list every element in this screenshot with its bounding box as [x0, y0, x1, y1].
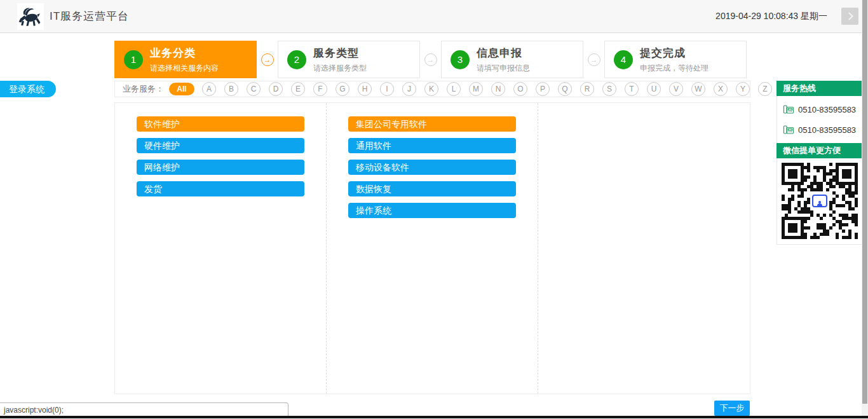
letter-filter[interactable]: J: [402, 82, 416, 96]
collapse-panel-button[interactable]: [841, 8, 858, 25]
filter-label: 业务服务：: [123, 83, 164, 95]
step-info-declare[interactable]: 3 信息申报 请填写申报信息: [441, 41, 583, 78]
service-sidebar: 服务热线 0510-83595583 0510-83595583: [776, 81, 863, 245]
letter-filter[interactable]: G: [336, 82, 349, 96]
step-subtitle: 申报完成，等待处理: [640, 63, 709, 74]
login-system-badge[interactable]: 登录系统: [0, 81, 56, 97]
letter-filter[interactable]: H: [358, 82, 372, 96]
fax-phone-icon: [783, 104, 794, 115]
it-service-platform-screen: IT服务运营平台 2019-04-29 10:08:43 星期一 登录系统 1 …: [0, 0, 868, 419]
category-button[interactable]: 硬件维护: [137, 138, 304, 153]
letter-filter-list: ABCDEFGHIJKLMNOPQRSTUVWXYZ: [202, 82, 780, 96]
service-filter-bar: 业务服务： All ABCDEFGHIJKLMNOPQRSTUVWXYZ: [114, 81, 750, 97]
phone-number: 0510-83595583: [798, 105, 856, 114]
scrollbar-thumb[interactable]: [862, 0, 867, 404]
category-button[interactable]: 操作系统: [348, 203, 516, 218]
letter-filter[interactable]: N: [491, 82, 505, 96]
category-button[interactable]: 数据恢复: [348, 181, 516, 196]
letter-filter[interactable]: D: [269, 82, 283, 96]
chevron-right-icon: [845, 12, 853, 20]
category-column-1: 软件维护 硬件维护 网络维护 发货: [115, 103, 327, 394]
letter-filter[interactable]: Z: [758, 82, 772, 96]
letter-filter[interactable]: V: [669, 82, 683, 96]
category-button[interactable]: 通用软件: [348, 138, 516, 153]
letter-filter[interactable]: F: [313, 82, 327, 96]
letter-filter[interactable]: X: [714, 82, 728, 96]
letter-filter[interactable]: A: [202, 82, 216, 96]
hotline-phone-list: 0510-83595583 0510-83595583: [777, 95, 862, 144]
category-panel: 软件维护 硬件维护 网络维护 发货 集团公司专用软件 通用软件 移动设备软件 数…: [114, 102, 750, 394]
step-subtitle: 请选择服务类型: [313, 63, 367, 74]
step-business-category[interactable]: 1 业务分类 请选择相关服务内容: [114, 41, 257, 78]
letter-filter[interactable]: M: [469, 82, 483, 96]
category-button[interactable]: 网络维护: [137, 160, 304, 175]
step-number-badge: 4: [614, 50, 633, 69]
letter-filter[interactable]: L: [447, 82, 461, 96]
page-title: IT服务运营平台: [50, 9, 129, 24]
step-number-badge: 2: [287, 50, 306, 69]
datetime-display: 2019-04-29 10:08:43 星期一: [715, 11, 827, 22]
letter-filter[interactable]: Q: [558, 82, 572, 96]
phone-number: 0510-83595583: [798, 125, 856, 135]
phone-row: 0510-83595583: [777, 120, 862, 140]
category-column-3: [538, 103, 750, 394]
category-button[interactable]: 移动设备软件: [348, 160, 516, 175]
filter-all-pill[interactable]: All: [169, 83, 194, 95]
wizard-steps: 1 业务分类 请选择相关服务内容 → 2 服务类型 请选择服务类型 → 3 信息…: [114, 41, 747, 78]
letter-filter[interactable]: K: [424, 82, 438, 96]
letter-filter[interactable]: B: [224, 82, 238, 96]
letter-filter[interactable]: T: [625, 82, 639, 96]
letter-filter[interactable]: P: [536, 82, 550, 96]
wechat-qr-code: [777, 158, 862, 244]
letter-filter[interactable]: S: [602, 82, 616, 96]
step-service-type[interactable]: 2 服务类型 请选择服务类型: [278, 41, 420, 78]
letter-filter[interactable]: Y: [736, 82, 750, 96]
app-logo: [17, 3, 44, 30]
category-button[interactable]: 集团公司专用软件: [348, 116, 516, 132]
phone-row: 0510-83595583: [777, 99, 862, 120]
qr-center-logo-icon: [811, 193, 828, 209]
arrow-right-icon: →: [261, 53, 274, 66]
bottom-strip: [0, 416, 868, 418]
app-header: IT服务运营平台 2019-04-29 10:08:43 星期一: [0, 0, 868, 33]
letter-filter[interactable]: O: [513, 82, 527, 96]
arrow-right-icon: →: [424, 53, 437, 66]
step-title: 业务分类: [150, 46, 219, 60]
fax-phone-icon: [783, 124, 794, 135]
letter-filter[interactable]: I: [380, 82, 394, 96]
hotline-header: 服务热线: [776, 81, 863, 96]
step-title: 提交完成: [640, 46, 709, 60]
statusbar-link-tooltip: javascript:void(0);: [0, 402, 288, 416]
step-number-badge: 1: [124, 50, 143, 69]
arrow-right-icon: →: [588, 53, 600, 66]
step-number-badge: 3: [451, 50, 470, 69]
letter-filter[interactable]: U: [647, 82, 661, 96]
letter-filter[interactable]: C: [247, 82, 261, 96]
goat-logo-icon: [18, 4, 43, 29]
category-button[interactable]: 软件维护: [137, 116, 304, 132]
letter-filter[interactable]: E: [291, 82, 305, 96]
step-title: 信息申报: [477, 46, 530, 60]
step-title: 服务类型: [313, 46, 367, 60]
letter-filter[interactable]: W: [691, 82, 705, 96]
step-submit-complete[interactable]: 4 提交完成 申报完成，等待处理: [604, 41, 747, 78]
letter-filter[interactable]: R: [580, 82, 594, 96]
category-column-2: 集团公司专用软件 通用软件 移动设备软件 数据恢复 操作系统: [327, 103, 538, 394]
next-step-button[interactable]: 下一步: [714, 401, 750, 416]
wechat-header: 微信提单更方便: [776, 143, 863, 158]
step-subtitle: 请选择相关服务内容: [150, 63, 219, 74]
page-scrollbar[interactable]: [862, 0, 868, 416]
step-subtitle: 请填写申报信息: [477, 63, 530, 74]
category-button[interactable]: 发货: [137, 181, 304, 196]
